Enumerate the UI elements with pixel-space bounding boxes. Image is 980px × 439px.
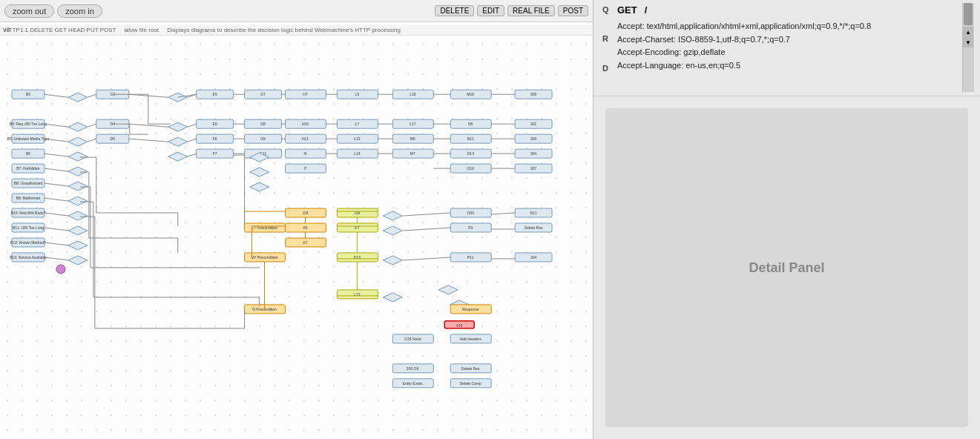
svg-marker-25 — [68, 137, 88, 146]
svg-line-70 — [188, 124, 197, 127]
svg-text:B4: Req URI Too Long: B4: Req URI Too Long — [10, 122, 47, 126]
svg-text:L7: L7 — [355, 122, 360, 126]
svg-text:H11: H11 — [302, 136, 309, 141]
svg-text:B13: Service Available: B13: Service Available — [10, 255, 47, 260]
svg-text:307: 307 — [530, 166, 537, 171]
svg-text:Add Headers: Add Headers — [460, 337, 482, 341]
svg-line-37 — [45, 154, 68, 156]
svg-text:G8: G8 — [260, 122, 266, 126]
svg-text:Delete Res: Delete Res — [461, 366, 480, 371]
svg-text:I7: I7 — [303, 166, 306, 171]
svg-text:I4: I4 — [303, 151, 306, 156]
svg-text:B8: Unauthorized: B8: Unauthorized — [14, 181, 43, 185]
header-charset: Accept-Charset: ISO-8859-1,utf-8;q=0.7,*… — [617, 33, 959, 47]
header-accept: Accept: text/html,application/xhtml+xml,… — [617, 20, 959, 33]
scrollbar-down-arrow[interactable]: ▼ — [963, 37, 973, 47]
right-panel: Q R D GET / Accept: text/html,applicatio… — [593, 0, 980, 439]
svg-line-51 — [88, 94, 96, 97]
svg-text:H10: H10 — [302, 122, 309, 126]
info-bar: HTTP1.1 DELETE GET HEAD PUT POST allow f… — [0, 25, 593, 36]
right-scrollbar[interactable]: ▲ ▼ — [962, 3, 974, 92]
svg-text:300: 300 — [530, 92, 537, 96]
label-d: D — [602, 63, 613, 74]
svg-text:K7: K7 — [303, 240, 307, 245]
svg-text:M5: M5 — [410, 136, 415, 141]
detail-panel: Detail Panel — [605, 108, 968, 427]
svg-marker-177 — [383, 256, 402, 265]
scrollbar-up-arrow[interactable]: ▲ — [963, 27, 973, 37]
version-label: v3 — [3, 26, 10, 33]
svg-text:B5: Unknown Media Type: B5: Unknown Media Type — [7, 136, 50, 141]
svg-text:B3: B3 — [26, 92, 30, 96]
svg-line-53 — [88, 139, 96, 142]
svg-line-38 — [45, 168, 68, 171]
svg-line-72 — [188, 154, 197, 156]
request-line: GET / — [617, 4, 959, 16]
request-method: GET — [617, 4, 637, 16]
toolbar-post-button[interactable]: POST — [558, 5, 588, 16]
svg-marker-57 — [168, 152, 188, 161]
zoom-in-button[interactable]: zoom in — [57, 4, 102, 18]
graph-svg: B3 B4: Req URI Too Long B5: Unknown Medi… — [0, 22, 593, 439]
svg-marker-28 — [68, 182, 88, 191]
svg-marker-179 — [438, 285, 458, 294]
svg-text:J18: J18 — [302, 211, 308, 215]
svg-marker-56 — [168, 137, 188, 146]
svg-text:M7: M7 — [410, 151, 415, 156]
svg-line-187 — [403, 213, 450, 216]
toolbar-edit-button[interactable]: EDIT — [477, 5, 504, 16]
svg-text:L14: L14 — [354, 151, 361, 156]
svg-text:O14: O14 — [467, 151, 474, 156]
svg-line-34 — [45, 94, 68, 97]
svg-text:N11: N11 — [467, 136, 474, 141]
svg-text:P3: P3 — [468, 225, 473, 230]
svg-text:Delete Res: Delete Res — [524, 225, 543, 230]
svg-text:D5: D5 — [111, 136, 116, 141]
svg-marker-27 — [68, 167, 88, 176]
svg-text:E5: E5 — [213, 92, 217, 96]
svg-marker-87 — [250, 182, 269, 191]
svg-text:L15: L15 — [410, 92, 416, 96]
svg-text:410: 410 — [456, 323, 463, 328]
svg-line-71 — [188, 139, 197, 142]
svg-line-189 — [403, 257, 450, 260]
svg-text:G9: G9 — [260, 136, 266, 141]
svg-text:B7: Forbidden: B7: Forbidden — [16, 166, 40, 171]
svg-marker-29 — [68, 197, 88, 205]
svg-marker-176 — [383, 226, 402, 235]
toolbar-delete-button[interactable]: DELETE — [435, 5, 474, 16]
scrollbar-thumb[interactable] — [964, 3, 973, 25]
toolbar-right: DELETE EDIT REAL FILE POST — [435, 5, 588, 16]
svg-text:303: 303 — [530, 136, 537, 141]
svg-text:N11: N11 — [530, 211, 537, 215]
detail-panel-label: Detail Panel — [749, 260, 824, 276]
svg-marker-24 — [68, 122, 88, 131]
svg-text:200 OK: 200 OK — [407, 366, 420, 371]
svg-line-39 — [45, 183, 68, 186]
graph-toolbar: zoom out zoom in DELETE EDIT REAL FILE P… — [0, 0, 593, 22]
zoom-out-button[interactable]: zoom out — [4, 4, 54, 18]
svg-marker-30 — [68, 211, 88, 220]
svg-marker-31 — [68, 226, 88, 235]
header-language: Accept-Language: en-us,en;q=0.5 — [617, 59, 959, 73]
svg-text:L17: L17 — [410, 122, 416, 126]
svg-text:P11: P11 — [467, 255, 474, 260]
svg-point-22 — [56, 265, 65, 274]
svg-marker-55 — [168, 122, 188, 131]
request-path: / — [645, 4, 648, 16]
info-text: HTTP1.1 DELETE GET HEAD PUT POST allow f… — [4, 27, 401, 33]
graph-canvas[interactable]: B3 B4: Req URI Too Long B5: Unknown Medi… — [0, 22, 593, 439]
svg-line-60 — [129, 139, 168, 142]
svg-line-188 — [403, 228, 450, 231]
svg-line-43 — [45, 242, 68, 245]
svg-text:B9: Malformed: B9: Malformed — [16, 196, 41, 200]
svg-text:B6: B6 — [26, 151, 30, 156]
svg-text:Entity Exists: Entity Exists — [403, 381, 424, 386]
svg-text:G7: G7 — [260, 92, 266, 96]
svg-text:Delete Comp: Delete Comp — [460, 381, 481, 386]
svg-line-41 — [45, 213, 68, 216]
svg-text:K5: K5 — [303, 225, 307, 230]
label-q: Q — [602, 4, 613, 16]
toolbar-file-button[interactable]: REAL FILE — [507, 5, 555, 16]
svg-text:B12: Known Method?: B12: Known Method? — [10, 240, 46, 245]
